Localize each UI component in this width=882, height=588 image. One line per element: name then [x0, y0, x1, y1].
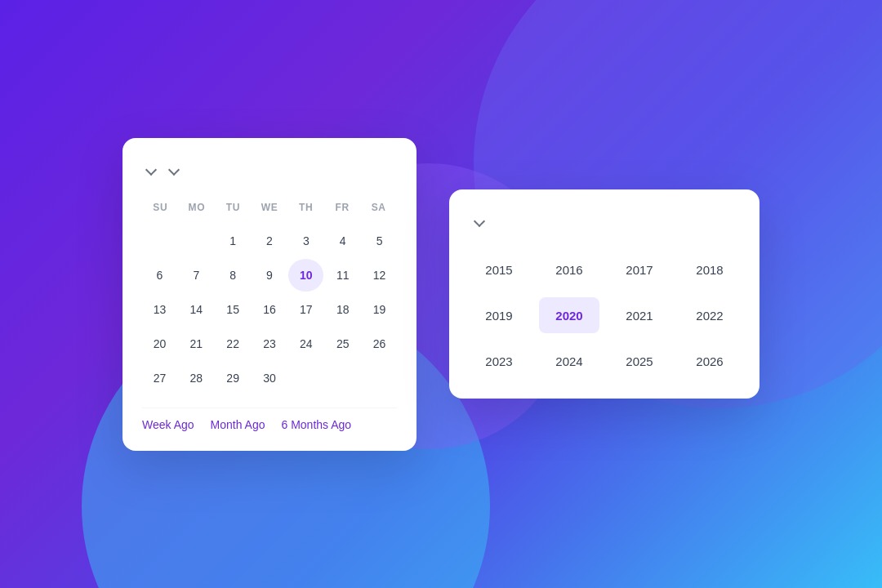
year-item-2025[interactable]: 2025 — [609, 343, 670, 379]
day-26[interactable]: 26 — [362, 327, 397, 360]
year-item-2015[interactable]: 2015 — [469, 252, 529, 287]
year-selector[interactable] — [165, 163, 181, 176]
close-button[interactable] — [374, 158, 397, 180]
day-16[interactable]: 16 — [252, 293, 287, 326]
day-14[interactable]: 14 — [179, 293, 214, 326]
quick-links: Week AgoMonth Ago6 Months Ago — [142, 408, 397, 431]
year-picker-header — [469, 209, 740, 232]
month-selector[interactable] — [142, 163, 158, 176]
day-11[interactable]: 11 — [325, 259, 360, 292]
nav-arrows — [688, 209, 740, 232]
years-grid: 2015201620172018201920202021202220232024… — [469, 252, 740, 379]
year-item-2021[interactable]: 2021 — [609, 297, 670, 333]
calendar-card: SUMOTUWETHFRSA 1234567891011121314151617… — [122, 138, 416, 451]
day-18[interactable]: 18 — [325, 293, 360, 326]
day-24[interactable]: 24 — [288, 327, 323, 360]
quick-link-month-ago[interactable]: Month Ago — [211, 418, 265, 431]
day-20[interactable]: 20 — [142, 327, 177, 360]
calendar-grid: 1234567891011121314151617181920212223242… — [142, 225, 397, 394]
year-range-selector[interactable] — [469, 214, 487, 227]
day-17[interactable]: 17 — [288, 293, 323, 326]
day-header-mo: MO — [179, 197, 216, 218]
day-header-fr: FR — [324, 197, 361, 218]
header-left — [142, 163, 181, 176]
day-7[interactable]: 7 — [179, 259, 214, 292]
day-5[interactable]: 5 — [362, 225, 397, 257]
quick-link-six-months-ago[interactable]: 6 Months Ago — [282, 418, 352, 431]
day-21[interactable]: 21 — [179, 327, 214, 360]
day-9[interactable]: 9 — [252, 259, 287, 292]
year-item-2022[interactable]: 2022 — [679, 297, 740, 333]
prev-arrow-button[interactable] — [688, 209, 710, 232]
day-4[interactable]: 4 — [325, 225, 360, 257]
day-header-tu: TU — [215, 197, 252, 218]
day-empty — [179, 225, 214, 257]
day-empty — [142, 225, 177, 257]
day-25[interactable]: 25 — [325, 327, 360, 360]
range-chevron-icon — [474, 214, 487, 227]
day-15[interactable]: 15 — [216, 293, 251, 326]
day-headers: SUMOTUWETHFRSA — [142, 197, 397, 218]
day-header-we: WE — [252, 197, 288, 218]
day-23[interactable]: 23 — [252, 327, 287, 360]
day-30[interactable]: 30 — [252, 362, 287, 394]
content-area: SUMOTUWETHFRSA 1234567891011121314151617… — [0, 0, 882, 588]
day-2[interactable]: 2 — [252, 225, 287, 257]
day-13[interactable]: 13 — [142, 293, 177, 326]
day-header-th: TH — [287, 197, 324, 218]
year-item-2023[interactable]: 2023 — [469, 343, 529, 379]
day-header-sa: SA — [360, 197, 397, 218]
day-19[interactable]: 19 — [362, 293, 397, 326]
day-27[interactable]: 27 — [142, 362, 177, 394]
year-item-2026[interactable]: 2026 — [679, 343, 740, 379]
day-6[interactable]: 6 — [142, 259, 177, 292]
day-28[interactable]: 28 — [179, 362, 214, 394]
day-header-su: SU — [142, 197, 179, 218]
year-item-2020[interactable]: 2020 — [539, 297, 599, 333]
year-item-2018[interactable]: 2018 — [679, 252, 740, 287]
year-item-2019[interactable]: 2019 — [469, 297, 529, 333]
day-29[interactable]: 29 — [216, 362, 251, 394]
calendar-header — [142, 158, 397, 180]
day-8[interactable]: 8 — [216, 259, 251, 292]
quick-link-week-ago[interactable]: Week Ago — [142, 418, 194, 431]
year-chevron-icon — [168, 163, 181, 176]
day-10[interactable]: 10 — [288, 259, 323, 292]
day-12[interactable]: 12 — [362, 259, 397, 292]
year-item-2016[interactable]: 2016 — [539, 252, 599, 287]
next-arrow-button[interactable] — [717, 209, 740, 232]
year-item-2024[interactable]: 2024 — [539, 343, 599, 379]
day-22[interactable]: 22 — [216, 327, 251, 360]
year-item-2017[interactable]: 2017 — [609, 252, 670, 287]
day-3[interactable]: 3 — [288, 225, 323, 257]
day-1[interactable]: 1 — [216, 225, 251, 257]
month-chevron-icon — [145, 163, 158, 176]
year-picker-card: 2015201620172018201920202021202220232024… — [449, 189, 760, 399]
